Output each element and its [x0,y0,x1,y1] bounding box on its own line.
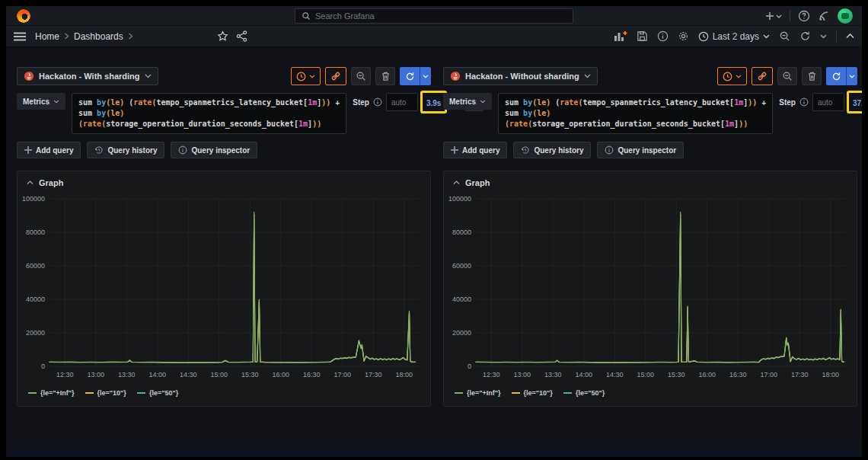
add-query-button[interactable]: Add query [443,142,507,158]
svg-text:13:00: 13:00 [513,371,531,379]
news-icon[interactable] [818,10,830,22]
add-menu-button[interactable] [765,11,782,21]
metrics-label: Metrics [23,97,49,106]
metrics-dropdown[interactable]: Metrics [443,93,492,110]
svg-text:17:30: 17:30 [365,371,382,379]
svg-text:16:30: 16:30 [303,371,321,379]
run-query-caret[interactable] [420,67,431,85]
svg-text:0: 0 [468,363,471,370]
legend: {le="+Inf"}{le="10"}{le="50"} [18,386,430,397]
query-history-button[interactable]: Query history [513,142,591,158]
datasource-picker[interactable]: Hackaton - With sharding [17,67,158,85]
save-icon[interactable] [637,30,648,42]
search-icon [302,11,311,21]
step-info-icon[interactable] [373,97,382,107]
settings-gear-icon[interactable] [678,30,689,42]
query-inspector-button[interactable]: Query inspector [597,142,684,158]
query-code-line: sum by(le) (rate(tempo_spanmetrics_laten… [78,97,340,108]
grafana-logo-icon[interactable] [17,9,30,23]
dashboard-toolbar: Home Dashboards [6,26,862,47]
add-panel-icon[interactable] [614,30,627,42]
time-series-chart[interactable]: 02000040000600008000010000012:3013:0013:… [444,193,855,386]
zoom-out-button[interactable] [777,67,797,85]
query-exec-time: 37.7s [853,99,862,107]
legend-item[interactable]: {le="10"} [85,389,126,397]
svg-text:0: 0 [41,363,45,370]
svg-text:80000: 80000 [452,228,471,236]
collapse-up-icon[interactable] [846,34,854,39]
svg-text:15:30: 15:30 [241,371,259,379]
legend-label: {le="+Inf"} [467,389,501,397]
refresh-icon[interactable] [799,30,811,42]
legend-item[interactable]: {le="10"} [512,389,553,397]
zoom-out-button[interactable] [351,67,371,85]
legend-item[interactable]: {le="50"} [563,389,605,397]
add-query-button[interactable]: Add query [17,142,81,158]
datasource-picker[interactable]: Hackaton - Without sharding [443,67,598,85]
search-input[interactable] [295,8,573,24]
run-query-refresh-icon[interactable] [400,67,420,85]
step-info-icon[interactable] [799,97,809,107]
run-query-button[interactable] [400,67,431,85]
search-field[interactable] [315,11,566,21]
legend-label: {le="50"} [576,389,605,397]
step-input[interactable] [386,93,418,111]
query-editor[interactable]: sum by(le) (rate(tempo_spanmetrics_laten… [72,93,346,134]
breadcrumb-dashboards[interactable]: Dashboards [74,31,123,42]
prometheus-icon [24,71,34,81]
svg-text:17:00: 17:00 [760,371,777,379]
zoom-out-icon[interactable] [779,30,790,42]
menu-icon[interactable] [14,32,26,41]
legend-swatch [455,392,463,394]
chevron-down-icon [763,34,770,39]
svg-text:14:30: 14:30 [606,371,624,379]
query-history-button[interactable]: Query history [87,142,164,158]
metrics-label: Metrics [449,97,476,106]
query-inspector-label: Query inspector [191,146,250,155]
trash-button[interactable] [375,67,395,85]
time-range-picker[interactable]: Last 2 days [698,31,770,42]
window-bottom-edge [6,449,862,457]
query-inspector-button[interactable]: Query inspector [171,142,257,158]
star-icon[interactable] [217,30,228,42]
share-icon[interactable] [236,30,247,42]
link-split-button[interactable] [325,67,346,85]
svg-text:80000: 80000 [26,228,45,236]
collapse-chevron-icon[interactable] [27,180,34,185]
svg-text:60000: 60000 [26,262,45,270]
collapse-chevron-icon[interactable] [453,180,460,185]
legend-label: {le="+Inf"} [40,389,75,397]
legend-item[interactable]: {le="50"} [137,389,178,397]
divider [790,11,790,21]
link-split-button[interactable] [752,67,773,85]
step-input[interactable] [812,93,844,111]
chevron-right-icon [128,33,133,40]
svg-text:16:00: 16:00 [272,371,289,379]
run-query-refresh-icon[interactable] [826,67,846,85]
metrics-dropdown[interactable]: Metrics [17,93,65,110]
grafana-window: Home Dashboards [6,6,862,449]
query-editor[interactable]: sum by(le) (rate(tempo_spanmetrics_laten… [498,93,773,134]
legend-item[interactable]: {le="+Inf"} [28,389,75,397]
info-icon[interactable] [657,30,669,42]
legend-swatch [28,392,37,394]
breadcrumb: Home Dashboards [35,31,133,42]
svg-text:15:00: 15:00 [637,371,654,379]
user-avatar[interactable] [838,8,853,24]
pane-time-picker-button[interactable] [291,67,321,85]
help-icon[interactable] [798,10,810,22]
svg-text:18:00: 18:00 [395,371,413,379]
svg-text:60000: 60000 [452,262,471,270]
breadcrumb-home[interactable]: Home [35,31,59,42]
add-query-label: Add query [36,146,73,155]
run-query-caret[interactable] [846,67,857,85]
pane-time-picker-button[interactable] [717,67,747,85]
trash-button[interactable] [802,67,822,85]
run-query-button[interactable] [826,67,857,85]
legend-label: {le="50"} [149,389,178,397]
legend-item[interactable]: {le="+Inf"} [455,389,501,397]
query-history-label: Query history [534,146,583,155]
time-series-chart[interactable]: 02000040000600008000010000012:3013:0013:… [18,193,429,386]
refresh-interval-caret[interactable] [820,34,827,39]
legend-label: {le="10"} [97,389,126,397]
